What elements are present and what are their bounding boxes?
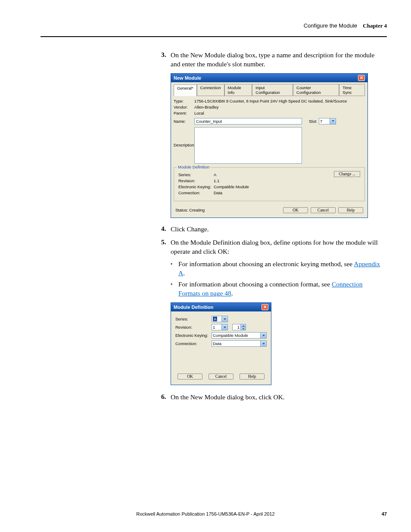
series-value: A [214,172,216,177]
step-text: On the New Module dialog box, type a nam… [171,51,383,69]
chevron-down-icon [261,340,267,347]
vendor-label: Vendor: [174,105,194,109]
footer-publication: Rockwell Automation Publication 1756-UM5… [136,511,274,516]
name-input[interactable] [194,118,302,124]
type-label: Type: [174,99,194,103]
dialog-title: New Module [174,75,201,81]
parent-value: Local [194,111,204,115]
step-number: 4. [161,225,171,234]
page-number: 47 [382,511,387,516]
ek-select[interactable]: Compatible Module [212,332,267,339]
status-text: Status: Creating [175,208,205,212]
module-definition-group: Module Definition Change ... Series:A Re… [174,167,365,201]
series-label: Series: [178,172,214,177]
change-button[interactable]: Change ... [334,171,360,177]
step-4: 4. Click Change. [161,225,383,234]
module-definition-dialog: Module Definition ✕ Series: A Revision: … [171,302,271,385]
bullet-icon: • [171,280,178,298]
ok-button[interactable]: OK [283,207,308,213]
spinner-icon [241,324,246,330]
step-text: On the New Module dialog box, click OK. [171,393,285,402]
dialog-title: Module Definition [174,305,213,310]
cancel-button[interactable]: Cancel [311,207,336,213]
cancel-button[interactable]: Cancel [209,373,234,380]
chevron-down-icon [222,324,228,330]
revision-label: Revision: [175,325,212,330]
bullet-text: For information about choosing an electr… [178,260,383,278]
slot-dropdown-button[interactable] [330,118,336,124]
chevron-down-icon [332,120,334,122]
step-number: 5. [161,238,171,256]
bullet-1: • For information about choosing an elec… [171,260,383,278]
connection-select[interactable]: Data [212,340,267,347]
revision-minor-spinner[interactable]: 1 [232,324,246,330]
type-value: 1756-LSC8XIB8I 8 Counter, 8 Input Point … [194,99,347,103]
ek-label: Electronic Keying: [178,184,214,189]
ek-value: Compatible Module [214,184,249,189]
help-button[interactable]: Help [338,207,363,213]
header-title: Configure the Module [304,22,357,29]
step-number: 6. [161,393,171,402]
header-chapter: Chapter 4 [363,22,387,29]
connection-value: Data [214,190,222,195]
tab-connection[interactable]: Connection [197,84,224,96]
ok-button[interactable]: OK [177,373,202,380]
step-3: 3. On the New Module dialog box, type a … [161,51,383,69]
revision-value: 1.1 [214,178,219,183]
ek-label: Electronic Keying: [175,333,212,338]
close-button[interactable]: ✕ [358,75,365,81]
step-number: 3. [161,51,171,69]
tab-time-sync[interactable]: Time Sync [339,84,365,96]
revision-major-select[interactable]: 1 [212,324,228,330]
parent-label: Parent: [174,111,194,115]
slot-input[interactable] [319,118,330,124]
bullet-2: • For information about choosing a conne… [171,280,383,298]
page-header: Configure the Module Chapter 4 [40,22,387,34]
close-icon: ✕ [263,305,267,309]
description-label: Description: [174,127,194,147]
connection-label: Connection: [178,190,214,195]
step-text: On the Module Definition dialog box, def… [171,238,383,256]
step-text: Click Change. [171,225,209,234]
description-textarea[interactable] [194,127,302,164]
bullet-text: For information about choosing a connect… [178,280,383,298]
tab-module-info[interactable]: Module Info [224,84,252,96]
help-button[interactable]: Help [240,373,265,380]
close-button[interactable]: ✕ [262,304,268,310]
header-rule [40,36,387,37]
chevron-down-icon [222,316,228,322]
connection-label: Connection: [175,341,212,346]
series-select[interactable]: A [212,316,228,322]
revision-label: Revision: [178,178,214,183]
name-label: Name: [174,119,194,124]
series-label: Series: [175,317,212,321]
new-module-dialog: New Module ✕ General* Connection Module … [171,73,368,218]
dialog-titlebar: New Module ✕ [171,74,367,82]
tab-counter-config[interactable]: Counter Configuration [293,84,339,96]
page-footer: Rockwell Automation Publication 1756-UM5… [0,511,411,516]
tab-input-config[interactable]: Input Configuration [252,84,293,96]
module-definition-legend: Module Definition [177,165,211,169]
chevron-down-icon [261,332,267,339]
step-5: 5. On the Module Definition dialog box, … [161,238,383,256]
vendor-value: Allen-Bradley [194,105,219,109]
tab-general[interactable]: General* [174,84,197,96]
slot-label: Slot: [309,119,317,124]
close-icon: ✕ [360,76,363,80]
step-6: 6. On the New Module dialog box, click O… [161,393,383,402]
bullet-icon: • [171,260,178,278]
dialog-titlebar: Module Definition ✕ [171,303,271,311]
tab-strip: General* Connection Module Info Input Co… [174,84,365,96]
